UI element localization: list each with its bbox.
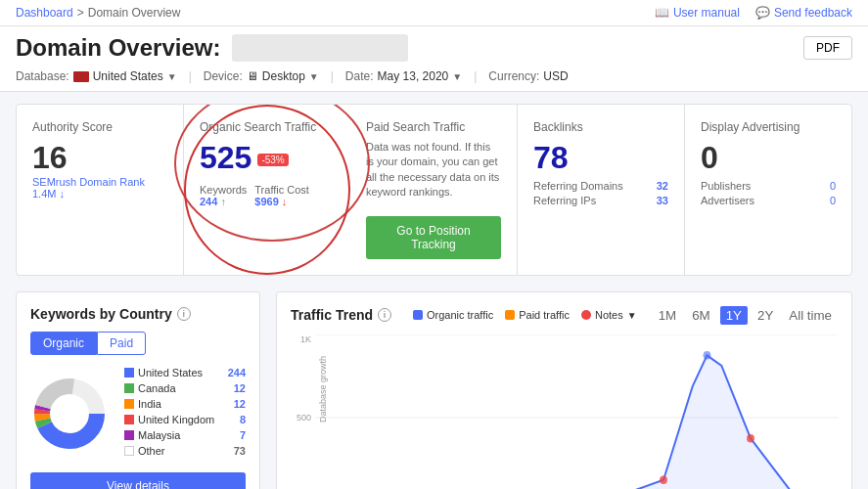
y-label-500: 500 <box>291 413 311 422</box>
country-name: United Kingdom <box>138 414 236 425</box>
device-filter[interactable]: Device: 🖥 Desktop ▼ <box>204 69 319 83</box>
time-6m[interactable]: 6M <box>686 306 716 325</box>
breadcrumb-home[interactable]: Dashboard <box>16 6 73 20</box>
organic-legend-dot <box>413 310 423 320</box>
semrush-rank: SEMrush Domain Rank 1.4M ↓ <box>32 176 167 200</box>
donut-row: United States 244 Canada 12 India 12 Uni… <box>30 367 246 461</box>
filters-row: Database: United States ▼ | Device: 🖥 De… <box>16 69 852 91</box>
metrics-cards-row: Authority Score 16 SEMrush Domain Rank 1… <box>16 104 852 276</box>
currency-filter: Currency: USD <box>488 69 568 83</box>
page-header: Domain Overview: PDF Database: United St… <box>0 26 868 92</box>
display-value: 0 <box>701 140 836 176</box>
organic-badge: -53% <box>257 154 288 166</box>
country-count: 73 <box>234 445 246 457</box>
country-count: 8 <box>240 414 246 425</box>
country-count: 7 <box>240 429 246 441</box>
country-count: 12 <box>234 398 246 410</box>
database-filter[interactable]: Database: United States ▼ <box>16 69 177 83</box>
us-flag-icon <box>73 71 89 82</box>
svg-point-17 <box>747 434 754 443</box>
country-name: Other <box>138 445 230 457</box>
keywords-tabs: Organic Paid <box>30 332 246 355</box>
country-count: 244 <box>228 367 246 378</box>
time-1y[interactable]: 1Y <box>720 306 748 325</box>
paid-tab[interactable]: Paid <box>97 332 146 355</box>
time-all[interactable]: All time <box>783 306 838 325</box>
svg-point-16 <box>704 351 711 360</box>
country-checkbox[interactable] <box>124 399 134 409</box>
chevron-down-icon: ▼ <box>167 71 177 82</box>
display-advertising-card: Display Advertising 0 Publishers 0 Adver… <box>685 105 851 275</box>
date-filter[interactable]: Date: May 13, 2020 ▼ <box>345 69 462 83</box>
organic-traffic-card: Organic Search Traffic 525 -53% Keywords… <box>184 105 350 275</box>
paid-legend[interactable]: Paid traffic <box>505 309 570 321</box>
breadcrumb: Dashboard > Domain Overview <box>16 6 180 20</box>
country-item: Other 73 <box>124 445 246 457</box>
backlinks-card: Backlinks 78 Referring Domains 32 Referr… <box>518 105 685 275</box>
country-name: India <box>138 398 230 410</box>
svg-marker-10 <box>315 355 838 489</box>
keywords-by-country-card: Keywords by Country i Organic Paid <box>16 291 260 489</box>
country-count: 12 <box>234 382 246 394</box>
time-range-selector: 1M 6M 1Y 2Y All time <box>653 306 838 325</box>
country-item: United Kingdom 8 <box>124 414 246 425</box>
notes-legend[interactable]: Notes ▼ <box>581 309 637 321</box>
send-feedback-link[interactable]: 💬 Send feedback <box>755 6 852 20</box>
user-manual-link[interactable]: 📖 User manual <box>655 6 740 20</box>
chevron-down-icon: ▼ <box>309 71 319 82</box>
backlinks-value: 78 <box>533 140 668 176</box>
chevron-down-icon: ▼ <box>452 71 462 82</box>
book-icon: 📖 <box>655 6 669 20</box>
page-title: Domain Overview: <box>16 34 220 62</box>
traffic-legend: Organic traffic Paid traffic Notes ▼ <box>413 309 637 321</box>
country-item: India 12 <box>124 398 246 410</box>
y-axis-label: Database growth <box>318 356 328 422</box>
view-details-button[interactable]: View details <box>30 472 246 489</box>
chevron-down-icon: ▼ <box>627 310 637 321</box>
time-2y[interactable]: 2Y <box>752 306 779 325</box>
info-icon: i <box>177 307 191 321</box>
breadcrumb-sep: > <box>77 6 84 20</box>
y-label-1k: 1K <box>291 334 311 344</box>
traffic-header: Traffic Trend i Organic traffic Paid tra… <box>291 306 838 325</box>
paid-traffic-card: Paid Search Traffic Data was not found. … <box>350 105 518 275</box>
traffic-trend-card: Traffic Trend i Organic traffic Paid tra… <box>276 291 852 489</box>
bottom-row: Keywords by Country i Organic Paid <box>16 291 852 489</box>
main-content: Authority Score 16 SEMrush Domain Rank 1… <box>0 92 868 489</box>
top-actions: 📖 User manual 💬 Send feedback <box>655 6 852 20</box>
desktop-icon: 🖥 <box>247 69 258 83</box>
authority-score-card: Authority Score 16 SEMrush Domain Rank 1… <box>17 105 184 275</box>
authority-score-value: 16 <box>32 140 167 176</box>
svg-point-15 <box>660 475 667 484</box>
page-title-row: Domain Overview: PDF <box>16 34 852 62</box>
organic-value: 525 <box>200 140 251 176</box>
country-name: Malaysia <box>138 429 236 441</box>
country-name: United States <box>138 367 224 378</box>
country-checkbox[interactable] <box>124 383 134 393</box>
notes-legend-dot <box>581 310 591 320</box>
country-checkbox[interactable] <box>124 415 134 424</box>
donut-chart <box>30 375 109 453</box>
country-item: Canada 12 <box>124 382 246 394</box>
time-1m[interactable]: 1M <box>653 306 683 325</box>
pdf-button[interactable]: PDF <box>803 36 852 60</box>
top-bar: Dashboard > Domain Overview 📖 User manua… <box>0 0 868 26</box>
country-checkbox[interactable] <box>124 446 134 456</box>
chat-icon: 💬 <box>755 6 770 20</box>
country-item: United States 244 <box>124 367 246 378</box>
country-list: United States 244 Canada 12 India 12 Uni… <box>124 367 246 461</box>
country-checkbox[interactable] <box>124 368 134 378</box>
paid-legend-dot <box>505 310 515 320</box>
breadcrumb-current: Domain Overview <box>88 6 181 20</box>
country-name: Canada <box>138 382 230 394</box>
info-icon: i <box>378 308 391 322</box>
country-item: Malaysia 7 <box>124 429 246 441</box>
country-checkbox[interactable] <box>124 430 134 440</box>
domain-input-box <box>232 34 408 62</box>
position-tracking-button[interactable]: Go to Position Tracking <box>366 216 501 259</box>
organic-tab[interactable]: Organic <box>30 332 97 355</box>
traffic-chart: G G G G G G G G <box>315 334 838 489</box>
organic-legend[interactable]: Organic traffic <box>413 309 493 321</box>
